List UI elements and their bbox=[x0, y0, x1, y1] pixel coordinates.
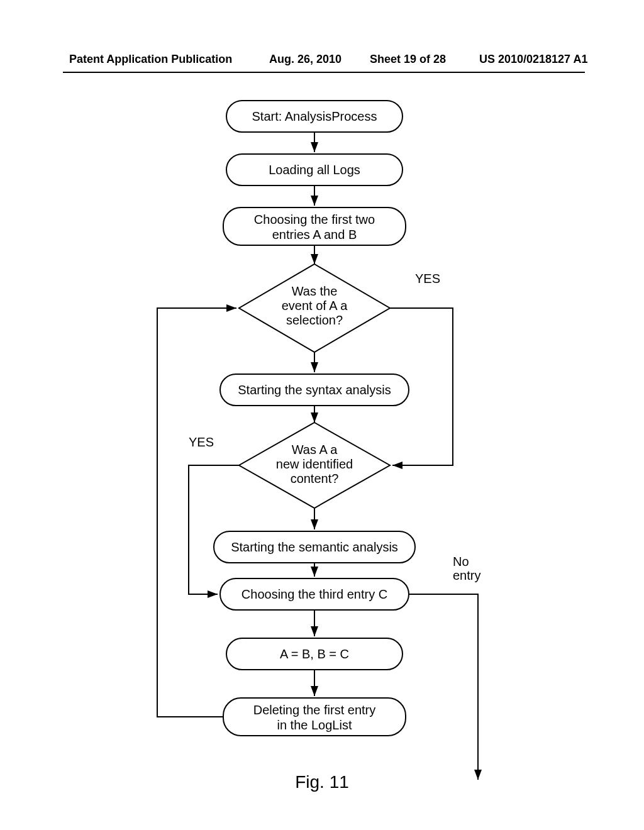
edge-yes2 bbox=[189, 465, 239, 594]
document-number: US 2010/0218127 A1 bbox=[479, 53, 587, 66]
node-decision-selection-l2: event of A a bbox=[282, 299, 348, 313]
node-decision-content-l3: content? bbox=[291, 472, 339, 485]
edge-yes1-label: YES bbox=[415, 272, 440, 285]
node-choose-c-label: Choosing the third entry C bbox=[242, 587, 387, 601]
node-decision-selection-l3: selection? bbox=[286, 313, 343, 327]
edge-noentry-label1: No bbox=[453, 555, 469, 568]
publication-type: Patent Application Publication bbox=[69, 53, 232, 66]
node-load-logs-label: Loading all Logs bbox=[269, 163, 360, 177]
sheet-number: Sheet 19 of 28 bbox=[370, 53, 446, 66]
node-semantic-label: Starting the semantic analysis bbox=[231, 540, 398, 554]
flowchart: Start: AnalysisProcess Loading all Logs … bbox=[0, 94, 644, 799]
node-delete-label1: Deleting the first entry bbox=[253, 703, 376, 717]
node-start-label: Start: AnalysisProcess bbox=[252, 109, 377, 123]
edge-yes2-label: YES bbox=[189, 435, 214, 449]
publication-date: Aug. 26, 2010 bbox=[269, 53, 341, 66]
node-choose-ab-label2: entries A and B bbox=[272, 228, 357, 241]
node-assign-label: A = B, B = C bbox=[280, 647, 349, 661]
edge-noentry-label2: entry bbox=[453, 568, 480, 582]
node-decision-content-l2: new identified bbox=[276, 457, 353, 471]
header-rule bbox=[63, 72, 585, 73]
node-decision-selection-l1: Was the bbox=[292, 284, 338, 298]
edge-loopback bbox=[157, 308, 236, 717]
node-syntax-label: Starting the syntax analysis bbox=[238, 383, 391, 397]
node-delete-label2: in the LogList bbox=[277, 718, 352, 732]
figure-caption: Fig. 11 bbox=[0, 772, 644, 792]
edge-noentry bbox=[409, 594, 478, 780]
node-decision-content-l1: Was A a bbox=[292, 443, 338, 456]
node-choose-ab-label1: Choosing the first two bbox=[254, 213, 375, 226]
